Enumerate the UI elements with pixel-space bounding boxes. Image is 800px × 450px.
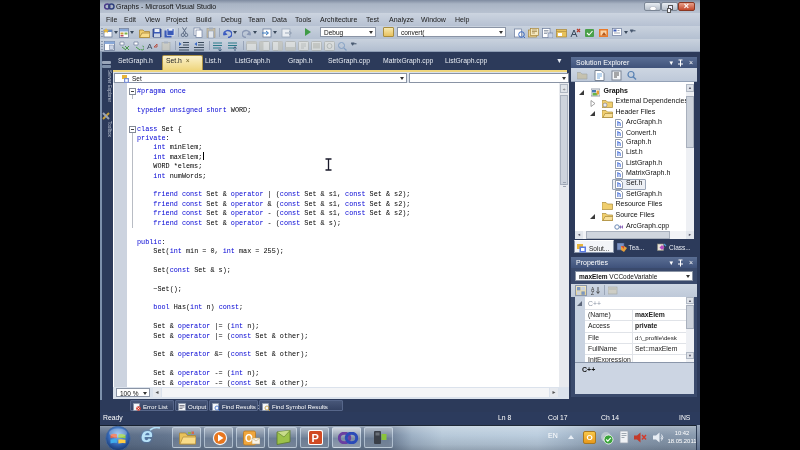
svg-text:h: h [617, 171, 621, 178]
svg-text:P: P [312, 432, 319, 444]
svg-text:h: h [617, 161, 621, 168]
svg-text:h: h [617, 150, 621, 157]
svg-text:A: A [147, 42, 153, 50]
svg-text:h: h [617, 191, 621, 198]
svg-text:h: h [617, 181, 621, 188]
svg-text:h: h [617, 130, 621, 137]
svg-text:h: h [617, 120, 621, 127]
svg-text:Z: Z [591, 290, 594, 295]
svg-text:h: h [617, 140, 621, 147]
